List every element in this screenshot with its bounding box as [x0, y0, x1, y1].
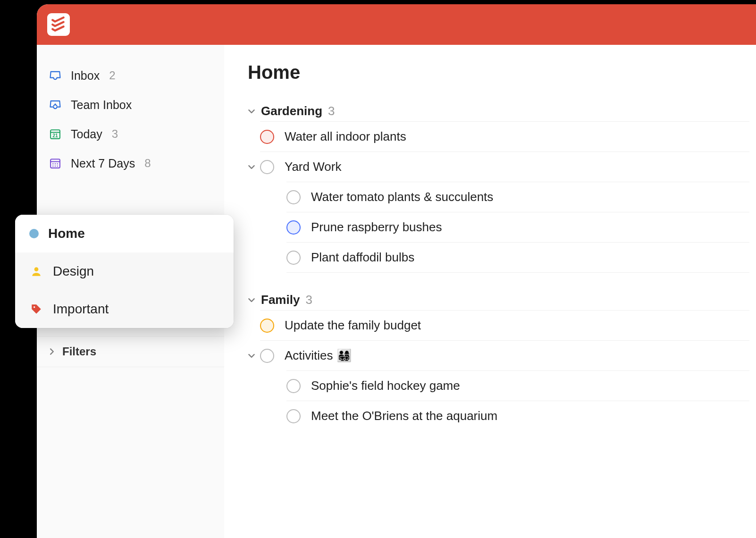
- team-inbox-icon: [48, 98, 62, 112]
- sidebar-item-inbox[interactable]: Inbox 2: [37, 61, 224, 90]
- chevron-down-icon: [248, 108, 255, 115]
- task-title: Plant daffodil bulbs: [311, 250, 749, 265]
- popover-item-important[interactable]: Important: [15, 290, 234, 328]
- chevron-down-icon[interactable]: [248, 352, 255, 360]
- section-header[interactable]: Gardening 3: [248, 104, 749, 121]
- task-row[interactable]: Yard Work: [260, 151, 749, 182]
- top-bar: [37, 4, 756, 45]
- main-content: Home Gardening 3 Water all indoor plants: [224, 45, 756, 538]
- sidebar-item-label: Team Inbox: [71, 98, 132, 112]
- task-checkbox[interactable]: [260, 319, 274, 333]
- sidebar-item-count: 3: [112, 127, 118, 141]
- task-checkbox[interactable]: [286, 409, 301, 423]
- svg-point-7: [55, 163, 56, 164]
- task-checkbox[interactable]: [286, 220, 301, 235]
- svg-text:21: 21: [52, 133, 58, 138]
- section-count: 3: [328, 104, 335, 118]
- sidebar-item-count: 8: [144, 157, 151, 170]
- todoist-logo[interactable]: [47, 13, 70, 36]
- sidebar-item-label: Next 7 Days: [71, 157, 135, 170]
- section-header[interactable]: Family 3: [248, 293, 749, 310]
- section-name: Family: [261, 293, 300, 307]
- calendar-week-icon: [48, 156, 62, 170]
- task-title: Update the family budget: [285, 318, 749, 333]
- popover-item-label: Home: [48, 226, 85, 241]
- sidebar-section-label: Filters: [62, 345, 96, 358]
- task-title: Prune raspberry bushes: [311, 220, 749, 235]
- task-title: Meet the O'Briens at the aquarium: [311, 409, 749, 423]
- sidebar-item-count: 2: [109, 69, 115, 82]
- sidebar-item-label: Inbox: [71, 69, 100, 83]
- task-row[interactable]: Water tomato plants & succulents: [286, 182, 749, 212]
- tag-icon: [29, 302, 43, 316]
- svg-point-6: [52, 163, 53, 164]
- user-icon: [29, 264, 43, 278]
- section-count: 3: [305, 293, 312, 307]
- project-section: Family 3 Update the family budget Activi…: [248, 293, 749, 431]
- sidebar-item-team-inbox[interactable]: Team Inbox: [37, 90, 224, 119]
- task-checkbox[interactable]: [286, 379, 301, 393]
- popover-item-design[interactable]: Design: [15, 252, 234, 290]
- project-picker-popover: Home Design Important: [15, 215, 234, 328]
- task-row[interactable]: Update the family budget: [260, 310, 749, 340]
- task-checkbox[interactable]: [260, 160, 274, 174]
- page-title: Home: [248, 62, 749, 83]
- chevron-right-icon: [48, 348, 56, 355]
- chevron-down-icon: [248, 296, 255, 304]
- task-title: Sophie's field hockey game: [311, 378, 749, 393]
- popover-item-label: Important: [53, 302, 109, 317]
- svg-point-13: [34, 306, 35, 308]
- sidebar-section-filters[interactable]: Filters: [37, 336, 224, 367]
- task-checkbox[interactable]: [286, 251, 301, 265]
- task-row[interactable]: Activities 👨‍👩‍👧‍👦: [260, 340, 749, 370]
- todoist-logo-icon: [50, 17, 67, 33]
- svg-point-8: [57, 163, 58, 164]
- inbox-icon: [48, 68, 62, 83]
- task-checkbox[interactable]: [286, 190, 301, 204]
- calendar-today-icon: 21: [48, 127, 62, 141]
- popover-item-home[interactable]: Home: [15, 215, 234, 252]
- task-title: Yard Work: [285, 160, 749, 174]
- sidebar-item-next-7-days[interactable]: Next 7 Days 8: [37, 149, 224, 178]
- svg-point-12: [34, 267, 39, 271]
- task-row[interactable]: Sophie's field hockey game: [286, 370, 749, 401]
- task-title: Activities 👨‍👩‍👧‍👦: [285, 348, 749, 363]
- task-row[interactable]: Meet the O'Briens at the aquarium: [286, 401, 749, 431]
- task-row[interactable]: Prune raspberry bushes: [286, 212, 749, 242]
- section-name: Gardening: [261, 104, 322, 118]
- svg-point-11: [57, 166, 58, 167]
- sidebar-item-label: Today: [71, 127, 102, 141]
- sidebar-item-today[interactable]: 21 Today 3: [37, 119, 224, 149]
- popover-item-label: Design: [53, 264, 94, 279]
- task-checkbox[interactable]: [260, 349, 274, 363]
- task-checkbox[interactable]: [260, 130, 274, 144]
- task-title: Water all indoor plants: [285, 129, 749, 144]
- task-title: Water tomato plants & succulents: [311, 190, 749, 204]
- svg-point-10: [55, 166, 56, 167]
- project-section: Gardening 3 Water all indoor plants Yard…: [248, 104, 749, 273]
- project-color-dot-icon: [29, 229, 39, 238]
- task-row[interactable]: Water all indoor plants: [260, 121, 749, 151]
- task-row[interactable]: Plant daffodil bulbs: [286, 242, 749, 273]
- chevron-down-icon[interactable]: [248, 163, 255, 171]
- svg-point-9: [52, 166, 53, 167]
